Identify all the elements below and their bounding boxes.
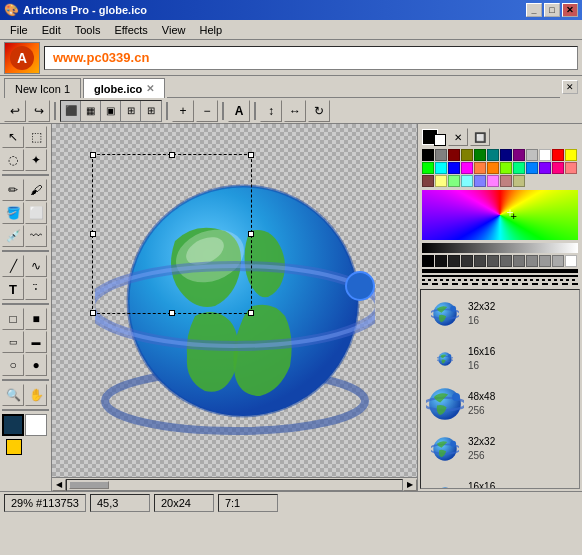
palette-color-cell[interactable]: [487, 162, 499, 174]
tab-new-icon-1[interactable]: New Icon 1: [4, 78, 81, 98]
rounded-rect-fill-button[interactable]: ▬: [25, 331, 47, 353]
menu-effects[interactable]: Effects: [108, 22, 153, 38]
tab-close-icon[interactable]: ✕: [146, 83, 154, 94]
color-delete-button[interactable]: ✕: [448, 128, 468, 146]
pencil-tool-button[interactable]: ✏: [2, 179, 24, 201]
palette-color-cell[interactable]: [500, 175, 512, 187]
lasso-tool-button[interactable]: ◌: [2, 149, 24, 171]
view-mode-2-button[interactable]: ▦: [81, 101, 101, 121]
icon-variant-item[interactable]: 16x16 16: [423, 337, 577, 381]
gray-color-cell[interactable]: [422, 255, 434, 267]
line-style-solid-3[interactable]: [422, 269, 578, 273]
gray-color-cell[interactable]: [448, 255, 460, 267]
eyedropper-button[interactable]: 💉: [2, 225, 24, 247]
color-gradient-picker[interactable]: +: [422, 190, 578, 240]
rotate-button[interactable]: ↻: [308, 100, 330, 122]
menu-view[interactable]: View: [156, 22, 192, 38]
gray-color-cell[interactable]: [526, 255, 538, 267]
magic-wand-tool-button[interactable]: ✦: [25, 149, 47, 171]
palette-color-cell[interactable]: [474, 162, 486, 174]
palette-color-cell[interactable]: [513, 149, 525, 161]
close-button[interactable]: ✕: [562, 3, 578, 17]
handle-ml[interactable]: [90, 231, 96, 237]
palette-color-cell[interactable]: [422, 162, 434, 174]
tab-globe-ico[interactable]: globe.ico ✕: [83, 78, 165, 98]
handle-bc[interactable]: [169, 310, 175, 316]
brush-tool-button[interactable]: 🖌: [25, 179, 47, 201]
gray-color-cell[interactable]: [474, 255, 486, 267]
palette-color-cell[interactable]: [474, 175, 486, 187]
handle-mr[interactable]: [248, 231, 254, 237]
paint-bucket-button[interactable]: 🪣: [2, 202, 24, 224]
menu-tools[interactable]: Tools: [69, 22, 107, 38]
ellipse-fill-button[interactable]: ●: [25, 354, 47, 376]
smudge-button[interactable]: 〰: [25, 225, 47, 247]
scroll-right-button[interactable]: ▶: [403, 479, 417, 491]
bg-color-swatch[interactable]: [434, 134, 446, 146]
color-picker-button[interactable]: 🔲: [470, 128, 490, 146]
palette-color-cell[interactable]: [552, 162, 564, 174]
foreground-color-large[interactable]: [6, 439, 22, 455]
palette-color-cell[interactable]: [461, 175, 473, 187]
icon-variants-list[interactable]: 32x32 16 16x16 16: [420, 289, 580, 489]
gray-color-cell[interactable]: [500, 255, 512, 267]
palette-color-cell[interactable]: [539, 162, 551, 174]
icon-variant-item[interactable]: 32x32 16: [423, 292, 577, 336]
icon-variant-item[interactable]: 16x16 256: [423, 472, 577, 489]
line-style-dotted[interactable]: [422, 279, 578, 281]
palette-color-cell[interactable]: [448, 149, 460, 161]
zoom-button[interactable]: 🔍: [2, 384, 24, 406]
flip-h-button[interactable]: ↔: [284, 100, 306, 122]
gray-color-cell[interactable]: [552, 255, 564, 267]
rect-fill-button[interactable]: ■: [25, 308, 47, 330]
gray-color-cell[interactable]: [513, 255, 525, 267]
handle-tr[interactable]: [248, 152, 254, 158]
handle-br[interactable]: [248, 310, 254, 316]
palette-color-cell[interactable]: [448, 162, 460, 174]
hand-button[interactable]: ✋: [25, 384, 47, 406]
horizontal-scrollbar[interactable]: ◀ ▶: [52, 477, 417, 491]
scrollbar-thumb[interactable]: [69, 481, 109, 489]
palette-color-cell[interactable]: [552, 149, 564, 161]
palette-color-cell[interactable]: [513, 175, 525, 187]
menu-help[interactable]: Help: [193, 22, 228, 38]
palette-color-cell[interactable]: [487, 149, 499, 161]
view-mode-3-button[interactable]: ▣: [101, 101, 121, 121]
panel-close-button[interactable]: ✕: [562, 80, 578, 94]
palette-color-cell[interactable]: [526, 149, 538, 161]
palette-color-cell[interactable]: [526, 162, 538, 174]
gray-color-cell[interactable]: [539, 255, 551, 267]
select-tool-button[interactable]: ⬚: [25, 126, 47, 148]
ellipse-button[interactable]: ○: [2, 354, 24, 376]
palette-color-cell[interactable]: [513, 162, 525, 174]
handle-bl[interactable]: [90, 310, 96, 316]
palette-color-cell[interactable]: [500, 149, 512, 161]
palette-color-cell[interactable]: [435, 149, 447, 161]
handle-tc[interactable]: [169, 152, 175, 158]
palette-color-cell[interactable]: [435, 175, 447, 187]
scroll-left-button[interactable]: ◀: [52, 479, 66, 491]
add-point-button[interactable]: +: [172, 100, 194, 122]
spray-button[interactable]: ·̈: [25, 278, 47, 300]
canvas[interactable]: [52, 124, 417, 477]
palette-color-cell[interactable]: [539, 149, 551, 161]
flip-v-button[interactable]: ↕: [260, 100, 282, 122]
icon-variant-item[interactable]: 32x32 256: [423, 427, 577, 471]
handle-tl[interactable]: [90, 152, 96, 158]
text-tool-button[interactable]: T: [2, 278, 24, 300]
palette-color-cell[interactable]: [500, 162, 512, 174]
view-mode-1-button[interactable]: ⬛: [61, 101, 81, 121]
rect-outline-button[interactable]: □: [2, 308, 24, 330]
selection-rectangle[interactable]: [92, 154, 252, 314]
gray-color-cell[interactable]: [487, 255, 499, 267]
eraser-button[interactable]: ⬜: [25, 202, 47, 224]
undo-button[interactable]: ↩: [4, 100, 26, 122]
menu-edit[interactable]: Edit: [36, 22, 67, 38]
palette-color-cell[interactable]: [422, 175, 434, 187]
gray-color-cell[interactable]: [461, 255, 473, 267]
view-mode-5-button[interactable]: ⊞: [141, 101, 161, 121]
palette-color-cell[interactable]: [565, 162, 577, 174]
palette-color-cell[interactable]: [474, 149, 486, 161]
scrollbar-track[interactable]: [66, 479, 403, 491]
remove-point-button[interactable]: −: [196, 100, 218, 122]
